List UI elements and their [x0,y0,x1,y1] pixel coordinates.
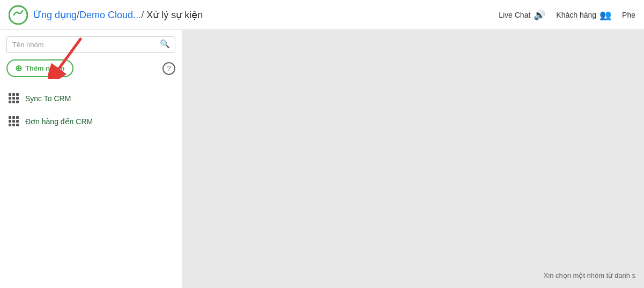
list-item[interactable]: Đơn hàng đến CRM [0,110,182,133]
grid-icon [9,93,19,103]
sidebar: 🔍 ⊕ Thêm nhóm ? Sync To CRM [0,30,182,288]
plus-icon: ⊕ [15,63,22,73]
sidebar-list: Sync To CRM Đơn hàng đến CRM [0,82,182,288]
breadcrumb-demo[interactable]: Demo Cloud... [79,10,141,20]
app-header: Ứng dụng/Demo Cloud.../ Xử lý sự kiện Li… [0,0,644,30]
breadcrumb-app[interactable]: Ứng dụng [33,10,77,20]
search-icon: 🔍 [160,39,170,49]
khach-hang-button[interactable]: Khách hàng 👥 [556,9,611,21]
grid-icon [9,116,19,126]
breadcrumb: Ứng dụng/Demo Cloud.../ Xử lý sự kiện [33,9,499,21]
content-area: Xin chọn một nhóm từ danh s [182,30,644,288]
header-actions: Live Chat 🔊 Khách hàng 👥 Phe [499,9,635,21]
khach-hang-icon: 👥 [599,9,611,21]
svg-point-0 [9,6,27,24]
live-chat-label: Live Chat [499,11,530,19]
list-item-label: Sync To CRM [25,94,71,103]
list-item-label: Đơn hàng đến CRM [25,117,93,126]
add-group-button[interactable]: ⊕ Thêm nhóm [6,59,73,77]
content-hint-text: Xin chọn một nhóm từ danh s [544,271,635,279]
sidebar-toolbar: ⊕ Thêm nhóm ? [0,57,182,82]
help-icon[interactable]: ? [162,62,175,75]
app-logo[interactable] [9,5,28,25]
live-chat-icon: 🔊 [534,9,545,21]
breadcrumb-current: Xử lý sự kiện [146,10,203,20]
phe-button[interactable]: Phe [622,11,635,19]
search-input[interactable] [6,36,175,53]
khach-hang-label: Khách hàng [556,11,596,19]
phe-label: Phe [622,11,635,19]
add-group-label: Thêm nhóm [25,64,65,72]
live-chat-button[interactable]: Live Chat 🔊 [499,9,545,21]
breadcrumb-sep2: / [141,10,146,20]
main-layout: 🔍 ⊕ Thêm nhóm ? Sync To CRM [0,30,644,288]
list-item[interactable]: Sync To CRM [0,87,182,110]
sidebar-search-container: 🔍 [0,30,182,57]
